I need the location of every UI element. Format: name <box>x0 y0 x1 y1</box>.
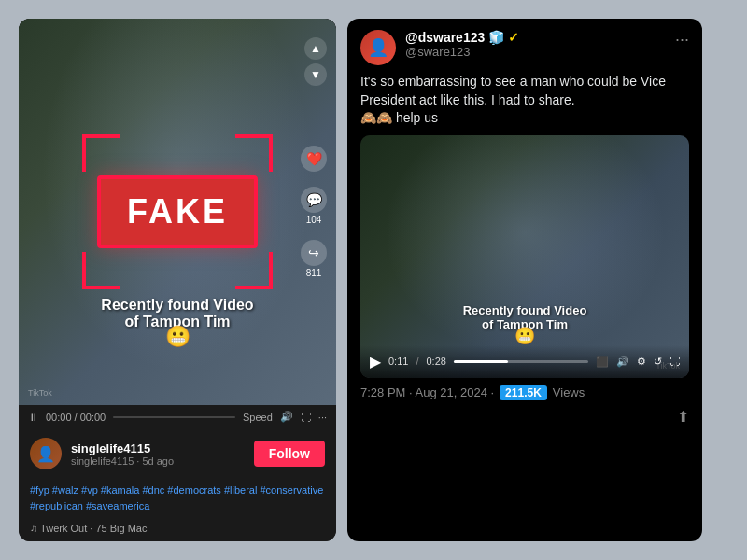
video-progress-fill <box>454 360 508 363</box>
video-emoji: 😬 <box>165 325 190 349</box>
comment-count: 104 <box>306 215 322 225</box>
tiktok-panel: FAKE Recently found Video of Tampon Tim … <box>19 19 336 541</box>
tweet-text: It's so embarrassing to see a man who co… <box>360 74 666 107</box>
video-timestamp: 00:00 / 00:00 <box>46 412 106 423</box>
scroll-up-arrow[interactable]: ▲ <box>304 37 327 60</box>
share-action[interactable]: ↪ 811 <box>301 240 327 278</box>
like-action[interactable]: ❤️ <box>301 146 327 172</box>
tiktok-video[interactable]: FAKE Recently found Video of Tampon Tim … <box>19 19 336 405</box>
verified-badge-1: 🧊 <box>488 30 504 45</box>
views-count: 211.5K <box>500 385 547 400</box>
heart-icon: ❤️ <box>301 146 327 172</box>
corner-bracket-br <box>235 252 273 289</box>
tiktok-user-row: 👤 singlelife4115 singlelife4115 · 5d ago… <box>19 428 336 479</box>
comment-action[interactable]: 💬 104 <box>301 187 327 225</box>
progress-bar[interactable] <box>113 416 235 418</box>
tweet-display-name[interactable]: @dsware123 <box>405 30 485 45</box>
tweet-meta: 7:28 PM · Aug 21, 2024 · 211.5K Views <box>347 378 702 404</box>
hashtags: #fyp #walz #vp #kamala #dnc #democrats #… <box>19 479 336 519</box>
share-icon: ↪ <box>301 240 327 266</box>
share-count: 811 <box>306 268 322 278</box>
tweet-timestamp: 7:28 PM · Aug 21, 2024 · <box>360 385 494 399</box>
comment-icon: 💬 <box>301 187 327 213</box>
scroll-arrows: ▲ ▼ <box>304 37 327 86</box>
tweet-video[interactable]: Recently found Video of Tampon Tim 😬 Tik… <box>360 135 689 378</box>
corner-bracket-bl <box>82 252 120 289</box>
fullscreen-icon[interactable]: ⛶ <box>301 412 311 423</box>
verified-badge-2: ✓ <box>508 30 519 45</box>
tweet-body: It's so embarrassing to see a man who co… <box>347 73 702 135</box>
tweet-user-info: @dsware123 🧊 ✓ @sware123 <box>405 30 666 59</box>
more-options-icon[interactable]: ··· <box>675 30 689 49</box>
video-total-time: 0:28 <box>426 356 445 367</box>
tweet-avatar: 👤 <box>360 30 396 65</box>
tweet-username-line: @dsware123 🧊 ✓ <box>405 30 666 45</box>
user-handle: singlelife4115 · 5d ago <box>71 455 245 467</box>
video-controls: ⏸ 00:00 / 00:00 Speed 🔊 ⛶ ··· <box>19 405 336 428</box>
tweet-video-emoji: 😬 <box>514 326 535 346</box>
tweet-emoji-line: 🙈🙈 help us <box>360 110 438 125</box>
music-info: ♫ Twerk Out · 75 Big Mac <box>19 519 336 541</box>
tweet-video-controls: ▶ 0:11 / 0:28 ⬛ 🔊 ⚙ ↺ ⛶ <box>360 345 689 378</box>
speed-label[interactable]: Speed <box>243 412 273 423</box>
volume-icon-tweet[interactable]: 🔊 <box>616 356 629 368</box>
share-tweet-icon[interactable]: ⬆ <box>677 408 689 426</box>
play-icon[interactable]: ▶ <box>370 353 381 371</box>
twitter-panel: 👤 @dsware123 🧊 ✓ @sware123 ··· It's so e… <box>347 19 702 541</box>
pause-icon[interactable]: ⏸ <box>28 412 38 423</box>
settings-icon[interactable]: ⚙ <box>637 356 646 368</box>
retweet-icon[interactable]: ↺ <box>654 356 662 368</box>
follow-button[interactable]: Follow <box>254 441 325 467</box>
video-progress-bar[interactable] <box>454 360 588 363</box>
user-avatar: 👤 <box>30 438 62 469</box>
tiktok-watermark: TikTok <box>28 388 52 398</box>
corner-bracket-tr <box>235 134 273 172</box>
video-current-time: 0:11 <box>388 356 408 367</box>
captions-icon[interactable]: ⬛ <box>596 356 609 368</box>
scroll-down-arrow[interactable]: ▼ <box>304 63 327 86</box>
views-label: Views <box>553 385 585 399</box>
tiktok-actions: ❤️ 💬 104 ↪ 811 <box>301 146 327 278</box>
username[interactable]: singlelife4115 <box>71 441 245 455</box>
more-icon[interactable]: ··· <box>318 412 327 423</box>
tweet-handle: @sware123 <box>405 45 666 59</box>
volume-icon[interactable]: 🔊 <box>280 411 293 423</box>
corner-bracket-tl <box>82 134 120 172</box>
fake-badge: FAKE <box>97 175 258 248</box>
expand-icon[interactable]: ⛶ <box>669 356 680 367</box>
user-info: singlelife4115 singlelife4115 · 5d ago <box>71 441 245 467</box>
tweet-header: 👤 @dsware123 🧊 ✓ @sware123 ··· <box>347 19 702 73</box>
tweet-actions: ⬆ <box>347 404 702 433</box>
